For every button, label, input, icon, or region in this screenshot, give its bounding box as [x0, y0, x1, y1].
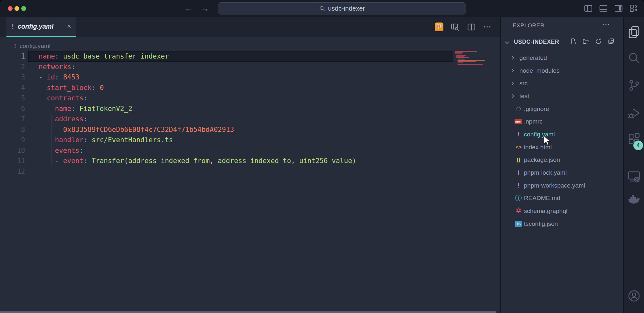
- code-line-2[interactable]: 2networks:: [0, 62, 455, 72]
- code-line-1[interactable]: 1name: usdc base transfer indexer: [0, 51, 455, 62]
- code-line-12[interactable]: 12: [0, 166, 455, 177]
- graphql-file-icon: [514, 207, 523, 215]
- tab-config-yaml[interactable]: ! config.yaml ×: [6, 17, 76, 37]
- tree-item-label: pnpm-workspace.yaml: [524, 182, 585, 189]
- minimap-line: [458, 60, 485, 61]
- docker-icon[interactable]: [627, 192, 641, 207]
- line-number: 10: [0, 147, 25, 154]
- tree-item-label: .npmrc: [524, 118, 543, 125]
- line-number: 1: [0, 52, 25, 60]
- code-line-5[interactable]: 5 contracts:: [0, 93, 455, 104]
- line-number: 9: [0, 136, 25, 144]
- source-control-icon[interactable]: [627, 78, 641, 92]
- run-debug-icon[interactable]: [627, 106, 641, 120]
- git-file-icon: [514, 107, 523, 111]
- panel-bottom-icon[interactable]: [599, 4, 608, 13]
- code-editor[interactable]: 1name: usdc base transfer indexer2networ…: [0, 51, 455, 177]
- ideograph-badge-icon[interactable]: 申: [435, 23, 443, 31]
- code-line-text: - id: 8453: [39, 73, 79, 81]
- panel-right-filled-icon[interactable]: [614, 4, 623, 13]
- json-file-icon: {}: [514, 157, 523, 163]
- line-number: 5: [0, 94, 25, 102]
- tree-item-label: pnpm-lock.yaml: [524, 169, 567, 176]
- close-icon[interactable]: ×: [67, 23, 71, 30]
- minimap-line: [456, 57, 469, 58]
- command-center-search[interactable]: usdc-indexer: [218, 2, 466, 14]
- file-tree: generatednode_modulessrctest.gitignorenp…: [501, 51, 623, 230]
- line-number: 2: [0, 63, 25, 71]
- code-line-4[interactable]: 4 start_block: 0: [0, 83, 455, 93]
- more-actions-icon[interactable]: ⋯: [602, 19, 610, 29]
- code-line-10[interactable]: 10 events:: [0, 145, 455, 156]
- tree-file-pnpm-workspace.yaml[interactable]: !pnpm-workspace.yaml: [501, 179, 623, 192]
- code-line-9[interactable]: 9 handler: src/EventHandlers.ts: [0, 135, 455, 145]
- refresh-icon[interactable]: [595, 38, 602, 46]
- tree-folder-test[interactable]: test: [501, 90, 623, 103]
- forward-arrow-icon[interactable]: →: [198, 3, 211, 14]
- code-line-text: - event: Transfer(address indexed from, …: [39, 157, 356, 165]
- more-actions-icon[interactable]: ⋯: [483, 22, 492, 32]
- tree-folder-src[interactable]: src: [501, 77, 623, 90]
- code-line-11[interactable]: 11 - event: Transfer(address indexed fro…: [0, 156, 455, 166]
- tree-file-index.html[interactable]: <>index.html: [501, 141, 623, 154]
- chevron-right-icon: [510, 56, 514, 60]
- account-icon[interactable]: [627, 289, 641, 303]
- yaml-warning-icon: !: [514, 131, 523, 138]
- split-left-icon[interactable]: [584, 4, 593, 13]
- remote-explorer-icon[interactable]: [627, 169, 641, 183]
- minimap-line: [455, 51, 477, 52]
- code-line-text: - name: FiatTokenV2_2: [39, 105, 132, 113]
- explorer-files-icon[interactable]: [627, 25, 641, 39]
- explorer-title: EXPLORER: [513, 23, 545, 29]
- code-line-text: name: usdc base transfer indexer: [39, 52, 169, 60]
- layout-grid-icon[interactable]: [629, 4, 638, 13]
- extensions-badge: 4: [633, 141, 643, 150]
- code-line-6[interactable]: 6 - name: FiatTokenV2_2: [0, 104, 455, 114]
- tree-file-tsconfig.json[interactable]: TStsconfig.json: [501, 217, 623, 230]
- minimap-line: [458, 64, 483, 65]
- tree-file-package.json[interactable]: {}package.json: [501, 154, 623, 167]
- tab-label: config.yaml: [18, 23, 53, 30]
- collapse-all-icon[interactable]: [607, 38, 615, 46]
- tree-file-schema.graphql[interactable]: schema.graphql: [501, 205, 623, 217]
- tree-file-.npmrc[interactable]: npm.npmrc: [501, 115, 623, 128]
- line-number: 3: [0, 73, 25, 81]
- code-line-text: handler: src/EventHandlers.ts: [39, 136, 173, 144]
- new-file-icon[interactable]: [570, 38, 577, 46]
- chevron-right-icon: [510, 81, 514, 86]
- split-editor-icon[interactable]: [467, 22, 476, 32]
- line-number: 4: [0, 84, 25, 92]
- search-icon[interactable]: [627, 51, 641, 65]
- code-line-8[interactable]: 8 - 0x833589fCD6eDb6E08f4c7C32D4f71b54bd…: [0, 124, 455, 135]
- tree-item-label: node_modules: [519, 67, 560, 74]
- new-folder-icon[interactable]: [582, 38, 590, 46]
- vscode-window: ← → usdc-indexer ! config.yaml × 申⋯ ! co…: [0, 0, 644, 313]
- line-number: 6: [0, 105, 25, 113]
- tree-item-label: package.json: [524, 156, 560, 163]
- code-line-7[interactable]: 7 address:: [0, 114, 455, 124]
- project-actions: [570, 38, 615, 46]
- line-number: 7: [0, 115, 25, 123]
- tree-item-label: test: [519, 93, 529, 100]
- tree-item-label: README.md: [524, 195, 560, 202]
- traffic-zoom-button[interactable]: [21, 6, 26, 11]
- breadcrumb[interactable]: ! config.yaml: [14, 41, 51, 51]
- project-root-row[interactable]: USDC-INDEXER: [501, 35, 623, 48]
- traffic-minimize-button[interactable]: [14, 6, 19, 11]
- tree-file-README.md[interactable]: ⓘREADME.md: [501, 192, 623, 205]
- window-layout-controls: [584, 4, 638, 13]
- typescript-file-icon: TS: [514, 221, 523, 227]
- mouse-cursor: [542, 135, 551, 147]
- tree-file-pnpm-lock.yaml[interactable]: !pnpm-lock.yaml: [501, 166, 623, 179]
- tree-file-config.yaml[interactable]: !config.yaml: [501, 128, 623, 141]
- tree-folder-node_modules[interactable]: node_modules: [501, 64, 623, 77]
- preview-icon[interactable]: [450, 22, 460, 32]
- tree-folder-generated[interactable]: generated: [501, 51, 623, 64]
- minimap-line: [455, 52, 463, 53]
- code-line-3[interactable]: 3- id: 8453: [0, 72, 455, 83]
- back-arrow-icon[interactable]: ←: [182, 3, 195, 14]
- minimap[interactable]: [455, 51, 498, 65]
- tree-file-.gitignore[interactable]: .gitignore: [501, 103, 623, 115]
- traffic-close-button[interactable]: [8, 6, 13, 11]
- code-line-text: contracts:: [39, 94, 88, 102]
